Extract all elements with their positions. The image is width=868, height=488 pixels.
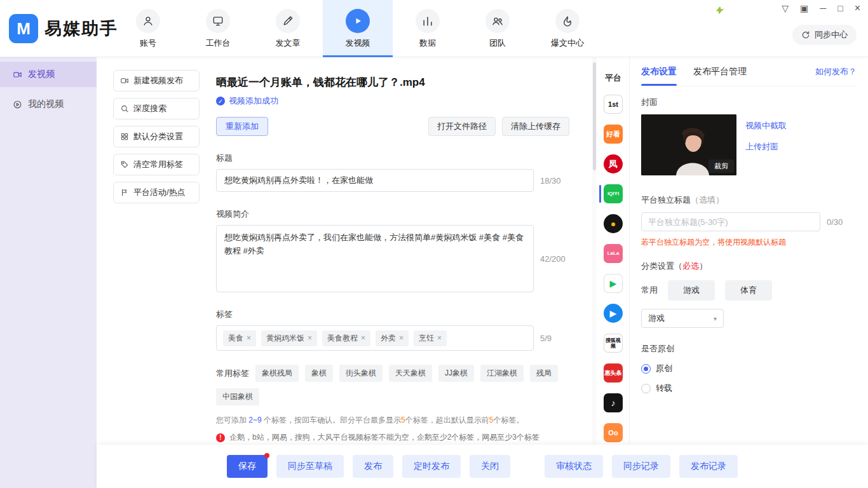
platform-dayu-icon[interactable]: ● bbox=[604, 214, 623, 233]
category-common-label: 常用 bbox=[641, 285, 658, 296]
scheduled-publish-button[interactable]: 定时发布 bbox=[402, 455, 461, 478]
common-tag[interactable]: 江湖象棋 bbox=[480, 365, 524, 382]
video-filename: 晒最近一个月账单，钱都花在哪儿了？.mp4 bbox=[216, 75, 569, 90]
category-select[interactable]: 游戏 ▾ bbox=[641, 309, 724, 328]
nav-item-publish-article[interactable]: 发文章 bbox=[253, 0, 323, 57]
tags-counter: 5/9 bbox=[540, 334, 569, 343]
platform-title-input[interactable] bbox=[641, 212, 820, 231]
publish-records-button[interactable]: 发布记录 bbox=[679, 455, 738, 478]
platform-haokan-icon[interactable]: 好看 bbox=[604, 125, 623, 144]
minimize-button[interactable]: ─ bbox=[820, 4, 826, 13]
common-tag[interactable]: 天天象棋 bbox=[389, 365, 432, 382]
platform-activity-button[interactable]: 平台活动/热点 bbox=[113, 182, 200, 203]
primary-nav: 账号 工作台 发文章 发视频 bbox=[113, 0, 602, 57]
remove-tag-icon[interactable]: × bbox=[437, 334, 442, 342]
file-actions-row: 重新添加 打开文件路径 清除上传缓存 bbox=[216, 117, 569, 136]
review-status-button[interactable]: 审核状态 bbox=[545, 455, 603, 478]
platform-iqiyi-icon[interactable]: iQIYI bbox=[604, 184, 623, 203]
category-label: 分类设置（必选） bbox=[641, 261, 857, 272]
category-quick-sports[interactable]: 体育 bbox=[725, 280, 772, 301]
platform-green-play-icon[interactable]: ▶ bbox=[604, 274, 623, 293]
nav-item-publish-video[interactable]: 发视频 bbox=[323, 0, 393, 57]
platform-item: 好看 bbox=[597, 125, 629, 144]
sidebar-item-my-videos[interactable]: 我的视频 bbox=[0, 92, 97, 117]
platform-item: 搜狐视频 bbox=[597, 334, 629, 353]
platform-item: ▶ bbox=[597, 304, 629, 323]
bottom-action-bar: 保存 同步至草稿 发布 定时发布 关闭 审核状态 同步记录 发布记录 bbox=[97, 445, 868, 488]
tab-platform-management[interactable]: 发布平台管理 bbox=[693, 57, 747, 86]
panel-tabs: 发布设置 发布平台管理 如何发布？ bbox=[641, 57, 857, 86]
capture-from-video-link[interactable]: 视频中截取 bbox=[745, 120, 787, 132]
close-button[interactable]: × bbox=[855, 3, 860, 13]
sync-to-draft-button[interactable]: 同步至草稿 bbox=[276, 455, 344, 478]
close-form-button[interactable]: 关闭 bbox=[470, 455, 510, 478]
radio-button-icon[interactable] bbox=[641, 364, 651, 374]
platform-partial-icon[interactable]: Oo bbox=[604, 423, 623, 442]
remove-tag-icon[interactable]: × bbox=[361, 334, 365, 342]
platform-ifeng-icon[interactable]: 凤 bbox=[604, 154, 623, 173]
clear-upload-cache-button[interactable]: 清除上传缓存 bbox=[502, 117, 569, 136]
nav-item-account[interactable]: 账号 bbox=[113, 0, 183, 57]
tags-warning: ! 企鹅，b站，网易，搜狗，大风平台视频标签不能为空，企鹅至少2个标签，网易至少… bbox=[216, 432, 569, 443]
tag-chip[interactable]: 美食教程× bbox=[322, 330, 370, 346]
upload-cover-link[interactable]: 上传封面 bbox=[745, 141, 787, 152]
common-tag[interactable]: 街头象棋 bbox=[339, 365, 383, 382]
new-video-publish-button[interactable]: 新建视频发布 bbox=[113, 70, 200, 92]
radio-button-icon[interactable] bbox=[641, 384, 651, 393]
sync-records-button[interactable]: 同步记录 bbox=[612, 455, 670, 478]
platform-title-counter: 0/30 bbox=[827, 217, 856, 227]
sync-center-button[interactable]: 同步中心 bbox=[792, 25, 857, 45]
scrollbar-thumb[interactable] bbox=[593, 62, 596, 170]
save-button[interactable]: 保存 bbox=[227, 455, 268, 478]
platform-sohu-video-icon[interactable]: 搜狐视频 bbox=[604, 334, 623, 353]
common-tags-row: 常用标签 象棋残局 象棋 街头象棋 天天象棋 JJ象棋 江湖象棋 残局 中国象棋 bbox=[216, 365, 569, 405]
tag-chip[interactable]: 美食× bbox=[223, 330, 256, 346]
radio-original[interactable]: 原创 bbox=[641, 363, 857, 374]
platform-1st-icon[interactable]: 1st bbox=[604, 95, 623, 114]
platform-item: ▶ bbox=[597, 274, 629, 293]
common-tag[interactable]: 象棋残局 bbox=[255, 365, 299, 382]
nav-item-data[interactable]: 数据 bbox=[393, 0, 463, 57]
description-textarea[interactable]: 想吃黄焖鸡别再点外卖了，我们在家也能做，方法很简单#黄焖鸡米饭 #美食 #美食教… bbox=[216, 225, 534, 292]
tag-chip[interactable]: 黄焖鸡米饭× bbox=[261, 330, 317, 346]
common-tag[interactable]: 象棋 bbox=[305, 365, 333, 382]
common-tag[interactable]: 中国象棋 bbox=[216, 388, 259, 405]
description-counter: 42/200 bbox=[540, 254, 569, 264]
title-label: 标题 bbox=[216, 152, 569, 164]
nav-item-hot-center[interactable]: 爆文中心 bbox=[532, 0, 602, 57]
platform-item: iQIYI bbox=[597, 184, 629, 203]
platform-item: 凤 bbox=[597, 154, 629, 173]
remove-tag-icon[interactable]: × bbox=[247, 334, 251, 342]
title-input[interactable] bbox=[216, 169, 534, 192]
radio-repost[interactable]: 转载 bbox=[641, 383, 857, 394]
readd-video-button[interactable]: 重新添加 bbox=[216, 117, 268, 136]
platform-lala-icon[interactable]: LaLa bbox=[604, 244, 623, 263]
default-category-settings-button[interactable]: 默认分类设置 bbox=[113, 126, 200, 147]
crop-button[interactable]: 裁剪 bbox=[709, 159, 734, 173]
open-file-path-button[interactable]: 打开文件路径 bbox=[428, 117, 496, 136]
maximize-button[interactable]: □ bbox=[837, 4, 843, 13]
common-tag[interactable]: JJ象棋 bbox=[438, 365, 474, 382]
deep-search-button[interactable]: 深度搜索 bbox=[113, 98, 200, 119]
remove-tag-icon[interactable]: × bbox=[399, 334, 403, 342]
platform-blue-play-icon[interactable]: ▶ bbox=[604, 304, 623, 323]
tags-input[interactable]: 美食× 黄焖鸡米饭× 美食教程× 外卖× 烹饪× bbox=[216, 325, 534, 351]
tags-hint: 您可添加 2~9 个标签，按回车确认。部分平台最多显示5个标签，超出默认显示前5… bbox=[216, 415, 569, 426]
tag-chip[interactable]: 外卖× bbox=[376, 330, 409, 346]
theme-icon[interactable]: ▣ bbox=[800, 4, 808, 13]
cover-thumbnail[interactable]: 裁剪 bbox=[641, 114, 736, 175]
clear-common-tags-button[interactable]: 清空常用标签 bbox=[113, 154, 200, 175]
common-tag[interactable]: 残局 bbox=[530, 365, 558, 382]
nav-item-team[interactable]: 团队 bbox=[463, 0, 532, 57]
sidebar-item-publish-video[interactable]: 发视频 bbox=[0, 62, 97, 87]
tag-chip[interactable]: 烹饪× bbox=[414, 330, 447, 346]
tab-publish-settings[interactable]: 发布设置 bbox=[641, 57, 677, 86]
category-quick-game[interactable]: 游戏 bbox=[668, 280, 715, 301]
publish-button[interactable]: 发布 bbox=[353, 455, 393, 478]
nav-item-workbench[interactable]: 工作台 bbox=[183, 0, 253, 57]
how-to-publish-link[interactable]: 如何发布？ bbox=[815, 66, 857, 78]
platform-douyin-icon[interactable]: ♪ bbox=[604, 393, 623, 412]
filter-icon[interactable]: ▽ bbox=[782, 4, 789, 13]
platform-huitoutiao-icon[interactable]: 惠头条 bbox=[604, 363, 623, 383]
remove-tag-icon[interactable]: × bbox=[308, 334, 312, 342]
